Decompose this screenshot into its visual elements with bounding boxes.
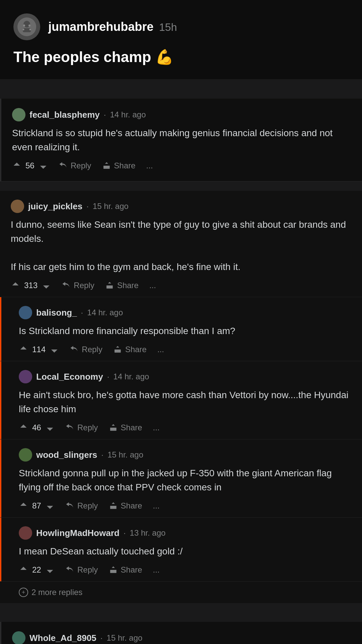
reply-button-juicy[interactable]: Reply — [62, 279, 94, 291]
hero-header: jumambrehubabre 15h — [13, 13, 349, 40]
comment-avatar-localeco — [19, 370, 32, 383]
hero-time: 15h — [159, 21, 177, 33]
vote-group-woodslingers: 87 — [19, 500, 55, 512]
comment-meta-juicy: juicy_pickles · 15 hr. ago — [11, 200, 351, 213]
more-button-1[interactable]: ... — [146, 160, 153, 172]
comment-avatar-howling — [19, 526, 32, 540]
comment-text-juicy: I dunno, seems like Sean isn't the type … — [11, 218, 351, 274]
more-replies-button[interactable]: + 2 more replies — [0, 582, 362, 603]
downvote-icon-balisong — [50, 345, 59, 354]
more-button-howling[interactable]: ... — [153, 564, 160, 576]
upvote-button-howling[interactable] — [19, 564, 28, 576]
reply-button-localeco[interactable]: Reply — [65, 422, 98, 434]
comment-text-woodslingers: Strickland gonna pull up in the jacked u… — [19, 466, 351, 494]
avatar — [13, 13, 40, 40]
comment-block-wholead: Whole_Ad_8905 · 15 hr. ago Really hope S… — [0, 622, 362, 644]
downvote-button-woodslingers[interactable] — [45, 500, 55, 512]
comment-block-woodslingers: wood_slingers · 15 hr. ago Strickland go… — [0, 439, 362, 518]
upvote-icon-localeco — [19, 423, 28, 432]
comment-text-1: Strickland is so stupid he's actually ma… — [12, 126, 351, 154]
comment-actions-balisong: 114 Reply Share ... — [19, 343, 351, 356]
upvote-icon-1 — [12, 161, 21, 170]
reply-icon-howling — [65, 565, 75, 575]
downvote-button-howling[interactable] — [45, 564, 55, 576]
reply-button-balisong[interactable]: Reply — [70, 343, 102, 356]
comment-block-howling: HowlingMadHoward · 13 hr. ago I mean DeS… — [0, 518, 362, 582]
hero-username[interactable]: jumambrehubabre — [48, 20, 154, 34]
comment-text-balisong: Is Strickland more financially responsib… — [19, 324, 351, 338]
comment-time-howling: 13 hr. ago — [130, 528, 166, 538]
upvote-button-woodslingers[interactable] — [19, 500, 28, 512]
share-button-1[interactable]: Share — [102, 160, 135, 172]
comment-meta-1: fecal_blasphemy · 14 hr. ago — [12, 108, 351, 121]
comment-meta-woodslingers: wood_slingers · 15 hr. ago — [19, 448, 351, 462]
upvote-button-balisong[interactable] — [19, 343, 28, 356]
share-icon-woodslingers — [109, 501, 118, 511]
reply-button-1[interactable]: Reply — [59, 160, 91, 172]
downvote-button-balisong[interactable] — [50, 343, 59, 356]
share-button-localeco[interactable]: Share — [109, 422, 142, 434]
share-icon-1 — [102, 161, 111, 170]
downvote-button-juicy[interactable] — [42, 279, 51, 291]
comment-username-woodslingers[interactable]: wood_slingers — [36, 450, 97, 460]
comment-username-howling[interactable]: HowlingMadHoward — [36, 528, 119, 538]
share-button-woodslingers[interactable]: Share — [109, 500, 142, 512]
share-button-balisong[interactable]: Share — [113, 343, 146, 356]
svg-point-3 — [28, 24, 31, 26]
downvote-icon-juicy — [42, 281, 51, 290]
comment-username-localeco[interactable]: Local_Economy — [36, 372, 103, 382]
comment-time-1: 14 hr. ago — [110, 110, 146, 119]
upvote-button-juicy[interactable] — [11, 279, 20, 291]
comment-block-1: fecal_blasphemy · 14 hr. ago Strickland … — [0, 99, 362, 181]
comment-time-wholead: 15 hr. ago — [107, 633, 142, 643]
comment-username-wholead[interactable]: Whole_Ad_8905 — [29, 633, 96, 643]
comment-username-juicy[interactable]: juicy_pickles — [28, 201, 82, 212]
comment-actions-woodslingers: 87 Reply Share ... — [19, 500, 351, 512]
vote-group-howling: 22 — [19, 564, 55, 576]
share-button-howling[interactable]: Share — [109, 564, 142, 576]
more-button-juicy[interactable]: ... — [149, 279, 156, 291]
comment-meta-balisong: balisong_ · 14 hr. ago — [19, 306, 351, 319]
comment-meta-localeco: Local_Economy · 14 hr. ago — [19, 370, 351, 383]
comment-text-howling: I mean DeSean actually touched gold :/ — [19, 544, 351, 558]
upvote-button-1[interactable] — [12, 160, 21, 172]
upvote-icon-howling — [19, 565, 28, 575]
upvote-icon-balisong — [19, 345, 28, 354]
downvote-button-1[interactable] — [39, 160, 48, 172]
vote-count-1: 56 — [25, 161, 35, 170]
comment-avatar-wholead — [12, 631, 25, 644]
vote-count-balisong: 114 — [32, 345, 46, 354]
comment-block-localeco: Local_Economy · 14 hr. ago He ain't stuc… — [0, 361, 362, 439]
vote-count-localeco: 46 — [32, 423, 41, 432]
comment-avatar-1 — [12, 108, 25, 121]
reply-button-howling[interactable]: Reply — [65, 564, 98, 576]
reply-button-woodslingers[interactable]: Reply — [65, 500, 98, 512]
downvote-button-localeco[interactable] — [45, 422, 55, 434]
comment-avatar-balisong — [19, 306, 32, 319]
upvote-icon-woodslingers — [19, 501, 28, 511]
vote-group-juicy: 313 — [11, 279, 51, 291]
comment-username-1[interactable]: fecal_blasphemy — [29, 110, 100, 120]
comment-time-woodslingers: 15 hr. ago — [108, 450, 143, 460]
reply-icon-localeco — [65, 423, 75, 432]
upvote-button-localeco[interactable] — [19, 422, 28, 434]
more-button-woodslingers[interactable]: ... — [153, 500, 160, 512]
downvote-icon-1 — [39, 161, 48, 170]
share-button-juicy[interactable]: Share — [105, 279, 138, 291]
vote-count-woodslingers: 87 — [32, 501, 41, 511]
comment-time-localeco: 14 hr. ago — [113, 372, 149, 381]
svg-rect-4 — [23, 28, 31, 32]
comment-username-balisong[interactable]: balisong_ — [36, 308, 77, 318]
reply-icon-juicy — [62, 281, 71, 290]
comment-actions-juicy: 313 Reply Share ... — [11, 279, 351, 291]
section-gap-2 — [0, 181, 362, 191]
vote-count-juicy: 313 — [24, 281, 38, 290]
vote-count-howling: 22 — [32, 565, 41, 575]
comment-block-balisong: balisong_ · 14 hr. ago Is Strickland mor… — [0, 297, 362, 361]
thread-group-2: juicy_pickles · 15 hr. ago I dunno, seem… — [0, 191, 362, 603]
more-replies-text: 2 more replies — [32, 588, 82, 597]
comment-time-balisong: 14 hr. ago — [87, 308, 123, 317]
share-icon-juicy — [105, 281, 114, 290]
more-button-balisong[interactable]: ... — [157, 343, 164, 356]
more-button-localeco[interactable]: ... — [153, 422, 160, 434]
